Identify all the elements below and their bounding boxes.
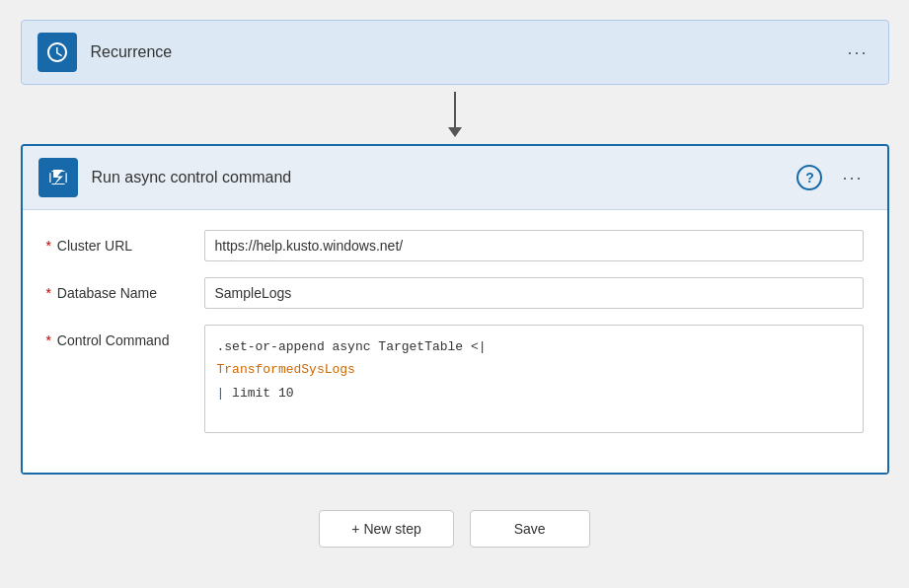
bottom-actions: + New step Save: [319, 510, 589, 548]
database-name-input[interactable]: [204, 277, 864, 309]
recurrence-card: Recurrence ···: [21, 20, 889, 85]
required-star-2: *: [46, 285, 51, 301]
recurrence-title: Recurrence: [91, 43, 872, 61]
required-star-3: *: [46, 332, 51, 348]
header-actions: ? ···: [796, 164, 871, 192]
save-button[interactable]: Save: [470, 510, 590, 548]
control-command-row: * Control Command .set-or-append async T…: [46, 325, 864, 433]
required-star: *: [46, 238, 51, 254]
database-name-label: * Database Name: [46, 277, 204, 301]
cluster-url-input[interactable]: [204, 230, 864, 261]
flow-container: Recurrence ··· Run async control command…: [21, 20, 889, 548]
arrow-connector: [448, 85, 462, 144]
async-card: Run async control command ? ··· * Cluste…: [21, 144, 889, 475]
clock-icon: [38, 33, 77, 72]
kusto-icon: [38, 158, 78, 197]
cmd-line-3: | limit 10: [217, 382, 851, 404]
database-name-row: * Database Name: [46, 277, 864, 309]
control-command-label: * Control Command: [46, 325, 204, 348]
kusto-svg: [45, 165, 71, 190]
async-more-button[interactable]: ···: [834, 164, 871, 192]
async-card-header: Run async control command ? ···: [23, 146, 887, 210]
cmd-line-1: .set-or-append async TargetTable <|: [217, 335, 851, 358]
cmd-line-2: TransformedSysLogs: [217, 358, 851, 381]
arrow-head: [448, 127, 462, 137]
async-card-title: Run async control command: [92, 169, 797, 186]
async-card-body: * Cluster URL * Database Name * Control …: [23, 210, 887, 473]
new-step-button[interactable]: + New step: [319, 510, 453, 548]
cluster-url-label: * Cluster URL: [46, 230, 204, 254]
arrow-line: [454, 92, 456, 127]
clock-svg: [45, 40, 69, 64]
cluster-url-row: * Cluster URL: [46, 230, 864, 261]
control-command-textarea[interactable]: .set-or-append async TargetTable <| Tran…: [204, 325, 864, 433]
help-button[interactable]: ?: [796, 165, 822, 190]
recurrence-more-button[interactable]: ···: [839, 38, 875, 67]
